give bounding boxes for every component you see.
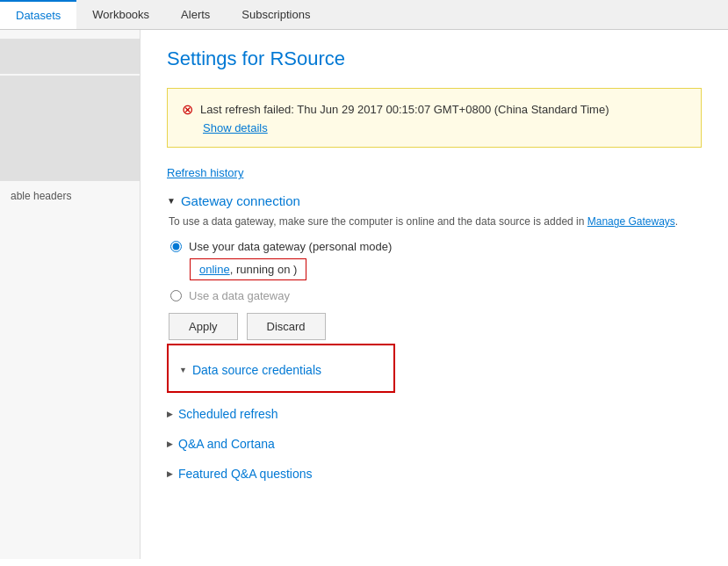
alert-message: Last refresh failed: Thu Jun 29 2017 00:… — [200, 103, 609, 116]
tab-subscriptions[interactable]: Subscriptions — [226, 0, 326, 29]
tab-alerts[interactable]: Alerts — [165, 0, 226, 29]
manage-gateways-link[interactable]: Manage Gateways — [587, 215, 675, 228]
sidebar-label: able headers — [0, 183, 140, 209]
featured-qa-section: ▶ Featured Q&A questions — [167, 458, 702, 486]
collapse-triangle-icon: ▼ — [167, 196, 176, 206]
scheduled-refresh-label: Scheduled refresh — [178, 407, 278, 421]
gateway-section-header[interactable]: ▼ Gateway connection — [167, 193, 702, 208]
show-details-link[interactable]: Show details — [203, 121, 687, 134]
credentials-triangle-icon: ▼ — [179, 366, 187, 374]
radio-personal-mode[interactable] — [170, 241, 182, 252]
scheduled-refresh-section: ▶ Scheduled refresh — [167, 398, 702, 426]
data-source-credentials-outlined: ▼ Data source credentials — [167, 344, 395, 393]
data-source-credentials-section: ▼ Data source credentials — [167, 344, 702, 396]
button-row: Apply Discard — [169, 313, 702, 340]
refresh-history-link[interactable]: Refresh history — [167, 166, 243, 179]
qa-cortana-section: ▶ Q&A and Cortana — [167, 428, 702, 456]
qa-triangle-icon: ▶ — [167, 439, 173, 448]
radio-personal-label: Use your data gateway (personal mode) — [189, 240, 392, 253]
tab-datasets[interactable]: Datasets — [0, 0, 76, 29]
apply-button[interactable]: Apply — [169, 313, 238, 340]
data-source-credentials-label: Data source credentials — [192, 363, 321, 377]
radio-use-gateway[interactable] — [170, 290, 182, 301]
status-running-text: , running on ) — [230, 263, 298, 276]
radio-gateway-label: Use a data gateway — [189, 289, 290, 302]
gateway-status-box: online, running on ) — [190, 258, 306, 280]
featured-qa-header[interactable]: ▶ Featured Q&A questions — [167, 458, 702, 486]
radio-option-gateway: Use a data gateway — [167, 289, 702, 302]
radio-option-personal: Use your data gateway (personal mode) — [167, 240, 702, 253]
alert-box: ⊗ Last refresh failed: Thu Jun 29 2017 0… — [167, 88, 702, 148]
layout: able headers Settings for RSource ⊗ Last… — [0, 30, 728, 559]
gateway-desc-prefix: To use a data gateway, make sure the com… — [169, 215, 587, 228]
tab-bar: Datasets Workbooks Alerts Subscriptions — [0, 0, 728, 30]
error-icon: ⊗ — [182, 101, 193, 118]
main-content: Settings for RSource ⊗ Last refresh fail… — [141, 30, 728, 559]
gateway-section-title: Gateway connection — [181, 193, 300, 208]
scheduled-refresh-header[interactable]: ▶ Scheduled refresh — [167, 398, 702, 426]
tab-workbooks[interactable]: Workbooks — [76, 0, 165, 29]
featured-triangle-icon: ▶ — [167, 469, 173, 478]
qa-cortana-header[interactable]: ▶ Q&A and Cortana — [167, 428, 702, 456]
discard-button[interactable]: Discard — [247, 313, 326, 340]
status-online-text[interactable]: online — [199, 263, 230, 276]
sidebar: able headers — [0, 30, 141, 559]
scheduled-triangle-icon: ▶ — [167, 410, 173, 418]
sidebar-section-2 — [0, 76, 140, 181]
sidebar-section-1 — [0, 39, 140, 74]
gateway-desc-suffix: . — [675, 215, 678, 228]
data-source-credentials-header[interactable]: ▼ Data source credentials — [179, 354, 383, 382]
gateway-section: ▼ Gateway connection To use a data gatew… — [167, 193, 702, 340]
gateway-section-desc: To use a data gateway, make sure the com… — [167, 215, 702, 228]
page-title: Settings for RSource — [167, 47, 702, 70]
featured-qa-label: Featured Q&A questions — [178, 467, 313, 481]
qa-cortana-label: Q&A and Cortana — [178, 437, 275, 451]
alert-row: ⊗ Last refresh failed: Thu Jun 29 2017 0… — [182, 101, 687, 118]
